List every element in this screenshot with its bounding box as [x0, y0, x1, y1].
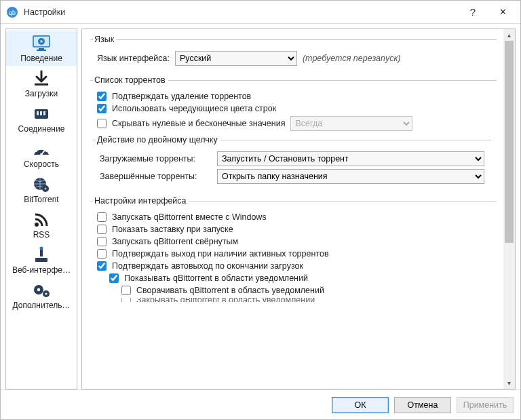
- confirm-exit-active-checkbox[interactable]: Подтверждать выход при наличии активных …: [97, 249, 490, 259]
- show-tray-input[interactable]: [109, 273, 119, 283]
- svg-rect-9: [37, 111, 39, 115]
- scroll-up-arrow-icon[interactable]: ▴: [503, 29, 515, 41]
- show-tray-checkbox[interactable]: Показывать qBittorrent в области уведомл…: [109, 273, 490, 283]
- close-button[interactable]: ✕: [488, 2, 518, 22]
- scroll-track[interactable]: [503, 41, 515, 377]
- show-splash-label: Показать заставку при запуске: [112, 225, 233, 234]
- settings-window: qb Настройки ? ✕ Поведение Загрузки: [0, 0, 521, 420]
- confirm-autoexit-checkbox[interactable]: Подтверждать автовыход по окончании загр…: [97, 261, 490, 271]
- alt-rows-input[interactable]: [97, 104, 107, 113]
- sidebar-item-webui[interactable]: Веб-интерфе…: [6, 242, 77, 278]
- minimize-tray-input[interactable]: [121, 286, 131, 295]
- confirm-delete-label: Подтверждать удаление торрентов: [112, 92, 251, 101]
- start-minimized-label: Запускать qBittorrent свёрнутым: [112, 237, 238, 246]
- language-select[interactable]: Русский: [175, 51, 297, 66]
- svg-rect-10: [40, 111, 42, 115]
- sidebar-label: Веб-интерфе…: [12, 265, 71, 275]
- scroll-thumb[interactable]: [505, 41, 514, 243]
- router-icon: [31, 245, 52, 265]
- svg-point-27: [45, 292, 47, 294]
- group-language: Язык Язык интерфейса: Русский (требуется…: [90, 35, 497, 70]
- confirm-delete-checkbox[interactable]: Подтверждать удаление торрентов: [97, 92, 490, 101]
- language-note: (требуется перезапуск): [303, 54, 401, 63]
- close-tray-input[interactable]: [121, 298, 131, 302]
- window-title: Настройки: [24, 7, 458, 17]
- confirm-autoexit-label: Подтверждать автовыход по окончании загр…: [112, 261, 303, 271]
- alt-rows-label: Использовать чередующиеся цвета строк: [112, 104, 276, 113]
- sidebar-item-speed[interactable]: Скорость: [6, 136, 77, 172]
- group-dblclick-legend: Действие по двойному щелчку: [96, 135, 220, 145]
- svg-point-16: [45, 151, 47, 152]
- group-desktop-legend: Настройки интерфейса: [93, 196, 189, 206]
- sidebar-item-rss[interactable]: RSS: [6, 207, 77, 242]
- svg-point-20: [35, 223, 39, 227]
- svg-rect-7: [35, 83, 48, 85]
- sidebar-label: BitTorrent: [24, 195, 58, 204]
- ok-button[interactable]: ОК: [332, 397, 389, 413]
- sidebar-label: RSS: [33, 230, 50, 240]
- language-label: Язык интерфейса:: [97, 54, 170, 63]
- sidebar-item-behavior[interactable]: Поведение: [6, 31, 77, 66]
- dialog-body: Поведение Загрузки Соединение Скорость: [1, 24, 520, 389]
- confirm-autoexit-input[interactable]: [97, 261, 107, 271]
- svg-point-25: [37, 288, 41, 292]
- download-icon: [31, 69, 52, 89]
- group-language-legend: Язык: [93, 35, 117, 44]
- confirm-exit-active-label: Подтверждать выход при наличии активных …: [112, 249, 329, 259]
- gears-icon: [31, 280, 52, 301]
- confirm-delete-input[interactable]: [97, 92, 107, 101]
- sidebar-item-downloads[interactable]: Загрузки: [6, 66, 77, 101]
- sidebar-item-bittorrent[interactable]: BitTorrent: [6, 172, 77, 207]
- show-splash-input[interactable]: [97, 225, 107, 234]
- start-minimized-checkbox[interactable]: Запускать qBittorrent свёрнутым: [97, 237, 490, 246]
- sidebar-label: Дополнитель…: [12, 301, 70, 310]
- sidebar-label: Скорость: [24, 159, 59, 169]
- apply-button: Применить: [457, 397, 514, 413]
- scroll-down-arrow-icon[interactable]: ▾: [503, 377, 515, 389]
- sidebar: Поведение Загрузки Соединение Скорость: [5, 28, 77, 389]
- sidebar-label: Загрузки: [25, 89, 58, 98]
- minimize-tray-checkbox[interactable]: Сворачивать qBittorrent в область уведом…: [121, 286, 490, 295]
- content-scroll: Язык Язык интерфейса: Русский (требуется…: [82, 29, 503, 389]
- svg-point-22: [40, 247, 43, 250]
- close-tray-checkbox[interactable]: Закрывать qBittorrent в область уведомле…: [121, 298, 490, 302]
- group-torrent-list-legend: Список торрентов: [93, 75, 168, 85]
- sidebar-item-advanced[interactable]: Дополнитель…: [6, 278, 77, 313]
- show-tray-label: Показывать qBittorrent в области уведомл…: [124, 273, 308, 283]
- content-area: Язык Язык интерфейса: Русский (требуется…: [81, 28, 516, 389]
- dblclick-downloading-select[interactable]: Запустить / Остановить торрент: [217, 151, 484, 166]
- sidebar-item-connection[interactable]: Соединение: [6, 101, 77, 136]
- svg-point-6: [40, 40, 43, 43]
- alt-rows-checkbox[interactable]: Использовать чередующиеся цвета строк: [97, 104, 490, 113]
- hide-zero-label: Скрывать нулевые и бесконечные значения: [112, 119, 285, 128]
- vertical-scrollbar[interactable]: ▴ ▾: [503, 29, 515, 389]
- start-with-windows-input[interactable]: [97, 212, 107, 222]
- svg-point-14: [36, 151, 37, 152]
- dblclick-completed-select[interactable]: Открыть папку назначения: [217, 169, 484, 184]
- hide-zero-checkbox[interactable]: Скрывать нулевые и бесконечные значения …: [97, 116, 490, 131]
- confirm-exit-active-input[interactable]: [97, 249, 107, 259]
- network-port-icon: [31, 104, 52, 124]
- hide-zero-input[interactable]: [97, 119, 107, 128]
- help-button[interactable]: ?: [458, 2, 488, 22]
- rss-icon: [31, 210, 52, 230]
- close-tray-label: Закрывать qBittorrent в область уведомле…: [136, 298, 315, 302]
- dblclick-downloading-label: Загружаемые торренты:: [100, 154, 212, 164]
- svg-point-19: [44, 187, 46, 189]
- start-with-windows-checkbox[interactable]: Запускать qBittorrent вместе с Windows: [97, 212, 490, 222]
- dblclick-completed-label: Завершённые торренты:: [100, 172, 212, 181]
- globe-gear-icon: [31, 174, 52, 195]
- svg-text:qb: qb: [9, 9, 16, 16]
- show-splash-checkbox[interactable]: Показать заставку при запуске: [97, 225, 490, 234]
- sidebar-label: Поведение: [20, 54, 62, 63]
- start-minimized-input[interactable]: [97, 237, 107, 246]
- svg-point-15: [41, 147, 42, 149]
- svg-rect-11: [43, 111, 45, 115]
- gauge-icon: [31, 139, 52, 159]
- dialog-footer: ОК Отмена Применить: [1, 389, 520, 419]
- cancel-button[interactable]: Отмена: [394, 397, 451, 413]
- hide-zero-mode-select: Всегда: [290, 116, 412, 131]
- svg-rect-23: [35, 258, 47, 262]
- gear-monitor-icon: [31, 33, 52, 54]
- svg-rect-4: [37, 50, 46, 51]
